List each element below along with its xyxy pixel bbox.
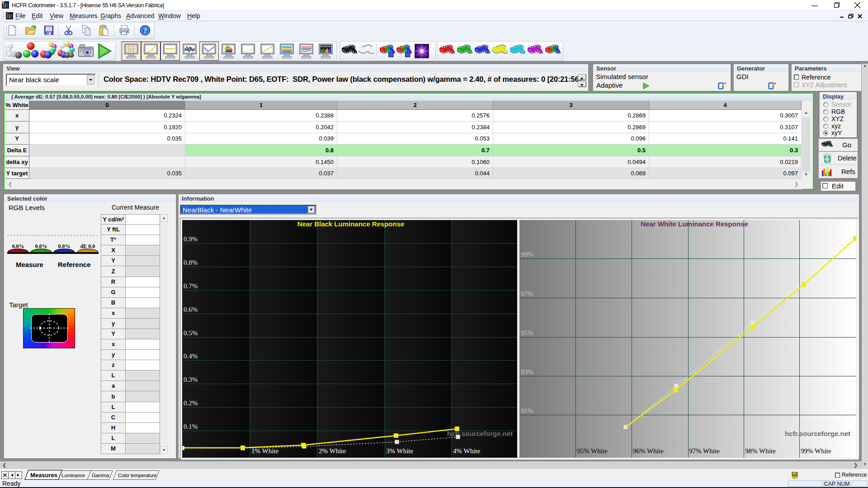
svg-text:91%: 91% [521,407,533,414]
svg-text:97% White: 97% White [689,447,720,455]
svg-text:99% White: 99% White [801,447,831,455]
svg-text:99%: 99% [521,251,533,258]
svg-text:Measures: Measures [30,472,57,479]
svg-text:Near White Luminance Response: Near White Luminance Response [641,220,748,228]
svg-text:0.6%: 0.6% [184,306,198,313]
svg-text:?: ? [143,26,147,35]
svg-text:0.1%: 0.1% [184,423,198,430]
svg-text:93%: 93% [521,368,533,375]
svg-text:4% White: 4% White [453,447,480,455]
svg-text:97%: 97% [521,290,533,297]
svg-text:Luminance: Luminance [61,473,85,478]
svg-text:2% White: 2% White [319,447,346,455]
svg-text:3% White: 3% White [386,447,413,455]
svg-text:0.4%: 0.4% [184,352,198,360]
svg-text:0.9%: 0.9% [184,235,198,243]
svg-text:0.5%: 0.5% [184,329,198,337]
svg-text:0.3%: 0.3% [184,376,198,383]
svg-text:95%: 95% [521,329,533,337]
svg-text:Color temperature: Color temperature [118,473,156,478]
svg-text:hcfr.sourceforge.net: hcfr.sourceforge.net [785,430,850,437]
svg-text:dE 0.0: dE 0.0 [80,243,95,249]
svg-text:0.7%: 0.7% [184,282,198,290]
svg-text:0.0%: 0.0% [58,243,71,249]
svg-text:1% White: 1% White [251,447,278,455]
svg-text:96% White: 96% White [633,447,664,455]
svg-text:0.8%: 0.8% [184,259,198,266]
svg-text:Near Black Luminance Response: Near Black Luminance Response [297,220,405,228]
svg-text:0.0%: 0.0% [35,243,47,249]
svg-text:0.2%: 0.2% [184,399,198,407]
svg-text:Gamma: Gamma [92,473,109,478]
svg-text:95% White: 95% White [577,447,608,455]
svg-text:0.0%: 0.0% [12,243,24,249]
svg-text:98% White: 98% White [745,447,776,455]
